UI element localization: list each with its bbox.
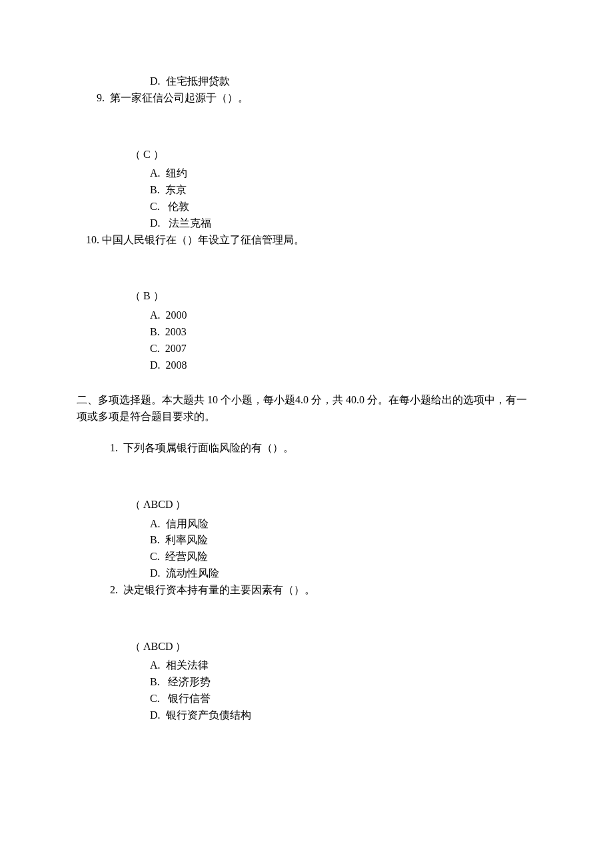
- spacer: [77, 373, 536, 392]
- q10-option-d: D. 2008: [77, 357, 536, 374]
- sq1-stem: 1. 下列各项属银行面临风险的有（）。: [77, 440, 536, 457]
- sq1-option-d: D. 流动性风险: [77, 565, 536, 582]
- sq1-option-a: A. 信用风险: [77, 516, 536, 533]
- sq2-option-c: C. 银行信誉: [77, 691, 536, 707]
- q10-stem: 10. 中国人民银行在（）年设立了征信管理局。: [77, 232, 536, 249]
- q10-option-a: A. 2000: [77, 307, 536, 324]
- sq2-stem: 2. 决定银行资本持有量的主要因素有（）。: [77, 582, 536, 599]
- spacer: [77, 107, 536, 147]
- sq2-option-a: A. 相关法律: [77, 657, 536, 674]
- spacer: [77, 425, 536, 440]
- q10-answer: （ B ）: [77, 288, 536, 305]
- q9-option-c: C. 伦敦: [77, 199, 536, 215]
- q9-option-a: A. 纽约: [77, 165, 536, 182]
- sq2-option-d: D. 银行资产负债结构: [77, 707, 536, 724]
- q9-option-b: B. 东京: [77, 182, 536, 199]
- spacer: [77, 457, 536, 497]
- q8-option-d: D. 住宅抵押贷款: [77, 73, 536, 90]
- q9-answer: （ C ）: [77, 147, 536, 163]
- sq2-option-b: B. 经济形势: [77, 674, 536, 691]
- section-2-header: 二、多项选择题。本大题共 10 个小题，每小题4.0 分，共 40.0 分。在每…: [77, 392, 536, 425]
- sq2-answer: （ ABCD ）: [77, 639, 536, 655]
- q9-option-d: D. 法兰克福: [77, 215, 536, 232]
- spacer: [77, 248, 536, 288]
- spacer: [77, 599, 536, 639]
- sq1-option-c: C. 经营风险: [77, 549, 536, 565]
- sq1-answer: （ ABCD ）: [77, 497, 536, 513]
- document-page: D. 住宅抵押贷款 9. 第一家征信公司起源于（）。 （ C ） A. 纽约 B…: [0, 0, 613, 868]
- sq1-option-b: B. 利率风险: [77, 532, 536, 549]
- q10-option-c: C. 2007: [77, 341, 536, 357]
- q9-stem: 9. 第一家征信公司起源于（）。: [77, 90, 536, 107]
- q10-option-b: B. 2003: [77, 324, 536, 341]
